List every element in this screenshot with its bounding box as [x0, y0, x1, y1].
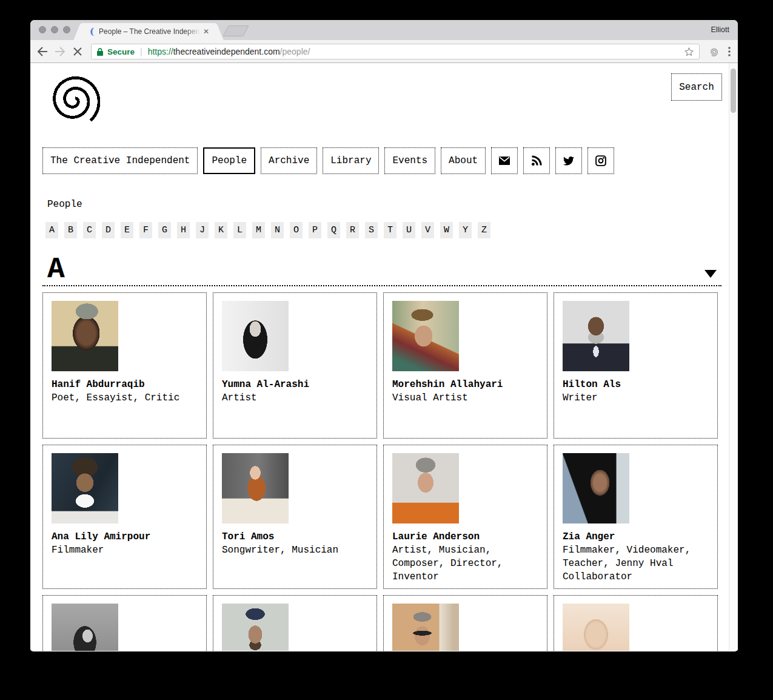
alphabet-letter[interactable]: H — [177, 222, 190, 238]
alphabet-letter[interactable]: J — [196, 222, 209, 238]
person-name: Tori Amos — [222, 530, 368, 544]
person-role: Filmmaker — [52, 544, 198, 557]
browser-menu-icon[interactable] — [723, 45, 736, 58]
nav-item-about[interactable]: About — [441, 147, 486, 174]
person-card[interactable]: Tori Amos Songwriter, Musician — [213, 445, 377, 589]
person-role: Filmmaker, Videomaker, Teacher, Jenny Hv… — [563, 544, 709, 584]
new-tab-button[interactable] — [223, 25, 249, 36]
twitter-icon — [563, 155, 574, 167]
stop-loading-button[interactable] — [71, 45, 84, 58]
main-nav: The Creative Independent People Archive … — [42, 147, 614, 174]
alphabet-letter[interactable]: W — [440, 222, 453, 238]
browser-tab[interactable]: ( People – The Creative Indepen ✕ — [82, 23, 215, 40]
alphabet-letter[interactable]: N — [271, 222, 284, 238]
search-button[interactable]: Search — [671, 73, 722, 101]
alphabet-letter[interactable]: B — [64, 222, 77, 238]
scrollbar-thumb[interactable] — [731, 69, 736, 113]
page-scrollbar[interactable] — [729, 63, 738, 651]
nav-item-people[interactable]: People — [203, 147, 255, 174]
nav-item-library[interactable]: Library — [323, 147, 379, 174]
alphabet-letter[interactable]: P — [309, 222, 321, 238]
person-name: Hanif Abdurraqib — [52, 378, 198, 391]
alphabet-letter[interactable]: O — [290, 222, 303, 238]
alphabet-letter[interactable]: Y — [459, 222, 472, 238]
person-name: Zia Anger — [563, 530, 709, 544]
secure-label: Secure — [107, 47, 135, 56]
person-role: Artist, Musician, Composer, Director, In… — [392, 544, 538, 584]
person-role: Poet, Essayist, Critic — [52, 391, 198, 405]
alphabet-letter[interactable]: V — [421, 222, 434, 238]
section-header-a: A — [42, 251, 721, 286]
person-photo — [563, 453, 629, 523]
nav-item-events[interactable]: Events — [384, 147, 435, 174]
email-button[interactable] — [491, 147, 518, 174]
url-path: /people/ — [280, 47, 310, 56]
alphabet-letter[interactable]: K — [215, 222, 227, 238]
back-button[interactable] — [36, 45, 49, 58]
collapse-section-icon[interactable] — [704, 270, 717, 278]
extension-spiral-icon[interactable] — [707, 45, 720, 58]
url-domain: thecreativeindependent.com — [173, 47, 280, 56]
address-bar[interactable]: Secure | https://thecreativeindependent.… — [91, 44, 700, 59]
person-name: Morehshin Allahyari — [392, 378, 538, 391]
page-content: Search The Creative Independent People A… — [30, 63, 738, 651]
url-scheme: https:// — [148, 47, 173, 56]
alphabet-letter[interactable]: G — [158, 222, 171, 238]
forward-button[interactable] — [53, 45, 67, 58]
rss-button[interactable] — [523, 147, 550, 174]
person-name: Yumna Al-Arashi — [222, 378, 368, 391]
alphabet-letter[interactable]: Z — [478, 222, 490, 238]
person-card[interactable]: Yumna Al-Arashi Artist — [213, 292, 377, 439]
alphabet-letter[interactable]: R — [346, 222, 359, 238]
person-photo — [222, 604, 289, 651]
zoom-window-button[interactable] — [63, 26, 70, 33]
alphabet-letter[interactable]: F — [139, 222, 152, 238]
tab-strip: ( People – The Creative Indepen ✕ Elliot… — [30, 20, 738, 40]
close-window-button[interactable] — [39, 26, 46, 33]
email-icon — [499, 155, 510, 167]
nav-item-home[interactable]: The Creative Independent — [42, 147, 198, 174]
person-card[interactable] — [554, 595, 718, 651]
section-letter: A — [47, 255, 65, 284]
browser-profile-name[interactable]: Elliott — [711, 25, 729, 34]
close-tab-icon[interactable]: ✕ — [203, 27, 209, 36]
minimize-window-button[interactable] — [51, 26, 58, 33]
site-logo-spiral[interactable] — [41, 69, 109, 135]
person-photo — [563, 301, 629, 371]
twitter-button[interactable] — [555, 147, 582, 174]
alphabet-letter[interactable]: L — [233, 222, 246, 238]
alphabet-letter[interactable]: U — [403, 222, 415, 238]
bookmark-star-icon[interactable] — [684, 47, 694, 57]
person-photo — [222, 301, 289, 371]
alphabet-letter[interactable]: T — [384, 222, 397, 238]
person-photo — [52, 604, 118, 651]
person-card[interactable] — [383, 595, 547, 651]
person-card[interactable] — [42, 595, 207, 651]
browser-window: ( People – The Creative Indepen ✕ Elliot… — [30, 20, 738, 651]
instagram-button[interactable] — [587, 147, 614, 174]
site-favicon-icon: ( — [90, 27, 94, 36]
alphabet-letter[interactable]: A — [45, 222, 58, 238]
person-role: Visual Artist — [392, 391, 538, 405]
person-card[interactable]: Hanif Abdurraqib Poet, Essayist, Critic — [42, 292, 207, 439]
person-card[interactable]: Morehshin Allahyari Visual Artist — [383, 292, 547, 439]
tab-title: People – The Creative Indepen — [99, 27, 201, 36]
person-card[interactable]: Laurie Anderson Artist, Musician, Compos… — [383, 445, 547, 589]
alphabet-letter[interactable]: M — [252, 222, 265, 238]
alphabet-letter[interactable]: E — [121, 222, 133, 238]
breadcrumb: People — [47, 199, 82, 210]
nav-item-archive[interactable]: Archive — [261, 147, 317, 174]
person-photo — [52, 453, 118, 523]
person-card[interactable]: Hilton Als Writer — [554, 292, 718, 439]
alphabet-letter[interactable]: C — [83, 222, 96, 238]
secure-lock-icon — [96, 47, 104, 56]
alphabet-letter[interactable]: D — [102, 222, 115, 238]
person-card[interactable] — [213, 595, 377, 651]
person-card[interactable]: Zia Anger Filmmaker, Videomaker, Teacher… — [554, 445, 718, 589]
person-card[interactable]: Ana Lily Amirpour Filmmaker — [42, 445, 207, 589]
person-name: Hilton Als — [563, 378, 709, 391]
alphabet-letter[interactable]: Q — [327, 222, 340, 238]
person-photo — [52, 301, 118, 371]
person-photo — [563, 604, 629, 651]
alphabet-letter[interactable]: S — [365, 222, 378, 238]
